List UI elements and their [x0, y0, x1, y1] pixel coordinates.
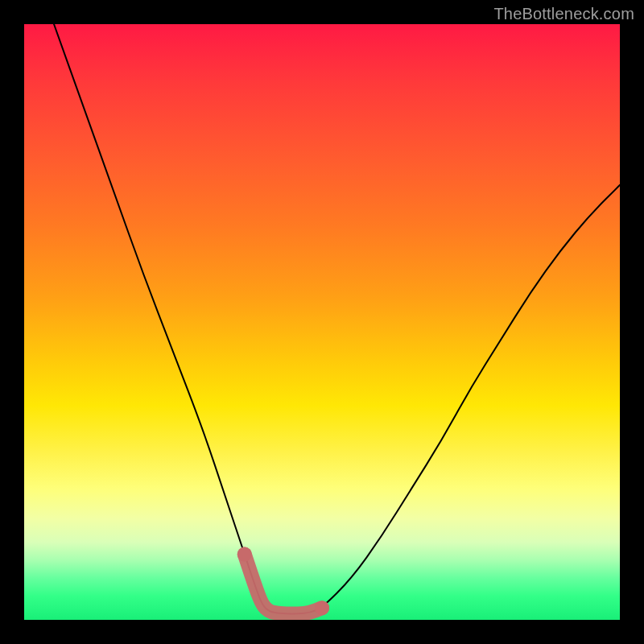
svg-point-1 [315, 601, 329, 615]
watermark-text: TheBottleneck.com [493, 5, 634, 23]
chart-plot-area [24, 24, 620, 620]
svg-point-0 [237, 547, 252, 562]
chart-frame: TheBottleneck.com [0, 0, 644, 644]
bottleneck-curve [24, 24, 620, 620]
